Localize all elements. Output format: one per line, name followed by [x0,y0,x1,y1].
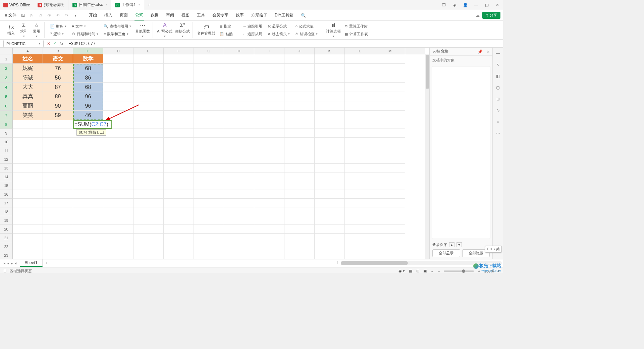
cell[interactable] [164,172,194,181]
cell[interactable]: 86 [73,73,103,83]
cell[interactable] [194,64,224,73]
search-icon[interactable]: 🔍 [300,11,307,20]
cell[interactable] [224,129,254,138]
cell[interactable] [73,199,103,207]
cell[interactable] [345,225,375,234]
cell[interactable] [43,242,73,251]
cell[interactable] [224,101,254,111]
backup-icon[interactable]: ⟐ [495,119,501,125]
cell[interactable] [284,199,315,207]
cell[interactable] [103,146,133,155]
cell[interactable] [254,234,284,242]
cell[interactable] [284,234,315,242]
cell[interactable] [133,190,164,199]
properties-icon[interactable]: ⊞ [495,96,501,102]
cell[interactable] [133,234,164,242]
cell[interactable] [73,172,103,181]
cell[interactable] [103,101,133,111]
cell[interactable] [375,111,405,120]
zoom-slider[interactable] [444,270,474,272]
cell[interactable] [254,111,284,120]
cell[interactable] [224,83,254,92]
cell[interactable] [13,164,43,172]
cell[interactable] [315,73,345,83]
row-header[interactable]: 17 [0,199,13,207]
tab-file-1[interactable]: S 日期年份.xlsx • [68,0,111,10]
cell[interactable] [43,129,73,138]
row-header[interactable]: 9 [0,129,13,138]
calc-options-button[interactable]: 🖩计算选项 [326,22,341,38]
cell[interactable] [73,234,103,242]
cell[interactable] [284,120,315,129]
cell[interactable] [164,146,194,155]
tab-file-2[interactable]: S 工作簿1 • [111,0,144,10]
move-up-icon[interactable]: ▴ [449,242,454,247]
cell[interactable] [345,111,375,120]
cell[interactable] [345,138,375,146]
cell[interactable] [13,207,43,216]
cell[interactable] [375,207,405,216]
cell[interactable] [133,155,164,164]
zoom-thumb[interactable] [462,269,465,273]
cell[interactable] [133,225,164,234]
cell[interactable] [375,242,405,251]
cell[interactable] [315,138,345,146]
cell[interactable] [133,164,164,172]
cell[interactable] [254,129,284,138]
cell[interactable] [133,181,164,190]
cell[interactable]: 语文 [43,54,73,64]
cell[interactable] [284,138,315,146]
print-icon[interactable]: ⎙ [38,13,43,18]
tab-review[interactable]: 审阅 [165,10,175,20]
cell[interactable] [103,138,133,146]
cell[interactable] [284,155,315,164]
cell[interactable] [13,155,43,164]
cell[interactable] [224,64,254,73]
assign-button[interactable]: ⊞ 指定 [218,23,234,30]
math-button[interactable]: ≡ 数学和三角 [102,31,132,37]
cell[interactable] [133,138,164,146]
cell[interactable] [43,199,73,207]
ime-indicator[interactable]: CH ♪ 简 [485,246,502,253]
cell[interactable] [375,129,405,138]
cell[interactable] [375,92,405,101]
cell[interactable]: 陈诚 [13,73,43,83]
cell[interactable] [73,155,103,164]
cell[interactable] [315,181,345,190]
cell[interactable] [224,199,254,207]
tab-square[interactable]: 方形格子 [251,10,268,20]
cell[interactable] [164,251,194,259]
cell[interactable] [315,92,345,101]
cell[interactable] [73,225,103,234]
cell[interactable] [73,181,103,190]
tab-insert[interactable]: 插入 [104,10,113,20]
cell[interactable] [224,120,254,129]
cell[interactable] [315,251,345,259]
cell[interactable] [254,251,284,259]
cell[interactable] [194,83,224,92]
cell[interactable] [284,83,315,92]
cell[interactable] [284,146,315,155]
cell[interactable] [254,199,284,207]
redo-icon[interactable]: ↷ [64,13,69,18]
cell[interactable] [164,120,194,129]
zoom-dropdown-icon[interactable]: ⌄ [431,269,434,273]
cell[interactable] [164,164,194,172]
cell[interactable] [103,242,133,251]
cell[interactable] [194,54,224,64]
view-eye-icon[interactable]: ◉ ▾ [398,269,405,273]
col-header-G[interactable]: G [194,48,224,54]
cell[interactable] [43,181,73,190]
tab-add-button[interactable]: + [144,2,154,8]
cell[interactable] [375,251,405,259]
cell[interactable] [164,73,194,83]
cell[interactable] [315,234,345,242]
row-header[interactable]: 12 [0,155,13,164]
cell[interactable] [345,207,375,216]
cell[interactable] [13,138,43,146]
hscroll-split-icon[interactable]: ⫶ [337,260,339,265]
cell[interactable]: 姓名 [13,54,43,64]
cell[interactable] [254,164,284,172]
cell[interactable] [43,216,73,225]
cell[interactable] [73,190,103,199]
